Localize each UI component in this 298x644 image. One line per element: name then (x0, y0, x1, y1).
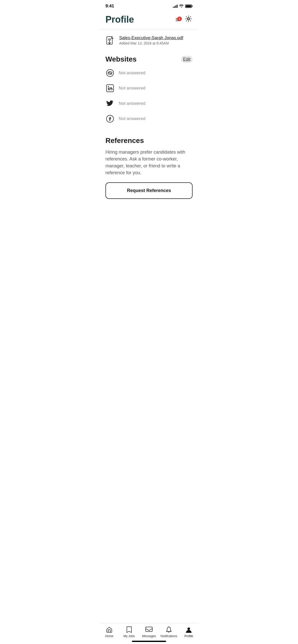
websites-edit-button[interactable]: Edit (181, 56, 193, 63)
status-icons (173, 4, 193, 8)
website-facebook-value: Not answered (119, 116, 145, 121)
references-description: Hiring managers prefer candidates with r… (105, 149, 193, 176)
website-item-link: Not answered (105, 68, 193, 78)
status-time: 9:41 (105, 4, 114, 9)
link-icon (105, 68, 115, 78)
battery-icon (185, 5, 193, 8)
svg-point-6 (108, 86, 109, 87)
references-section: References Hiring managers prefer candid… (99, 131, 199, 205)
linkedin-icon (105, 84, 115, 93)
websites-header: Websites Edit (105, 55, 193, 63)
facebook-icon (105, 114, 115, 123)
website-linkedin-value: Not answered (119, 86, 145, 91)
website-item-facebook: Not answered (105, 114, 193, 123)
wifi-icon (179, 4, 184, 8)
resume-filename[interactable]: Sales-Executive-Sarah Jonas.pdf (119, 35, 183, 40)
websites-section: Websites Edit Not answered Not answered (99, 50, 199, 131)
website-item-twitter: Not answered (105, 99, 193, 108)
header-actions: 1 (176, 16, 193, 24)
settings-button[interactable] (184, 16, 193, 24)
pdf-icon (105, 36, 116, 46)
page-title: Profile (105, 14, 134, 25)
resume-info: Sales-Executive-Sarah Jonas.pdf Added Ma… (119, 35, 183, 45)
signal-icon (173, 4, 178, 8)
website-item-linkedin: Not answered (105, 84, 193, 93)
svg-rect-5 (108, 87, 109, 90)
notification-badge: 1 (177, 17, 182, 21)
website-twitter-value: Not answered (119, 101, 145, 106)
resume-section: Sales-Executive-Sarah Jonas.pdf Added Ma… (99, 29, 199, 50)
twitter-icon (105, 99, 115, 108)
notification-list-button[interactable]: 1 (176, 18, 180, 21)
website-link-value: Not answered (119, 70, 145, 76)
websites-title: Websites (105, 55, 137, 63)
request-references-button[interactable]: Request References (105, 182, 193, 199)
resume-item: Sales-Executive-Sarah Jonas.pdf Added Ma… (105, 35, 193, 46)
resume-date: Added Mar 13, 2024 at 8:45AM (119, 41, 183, 45)
references-title: References (105, 137, 193, 145)
header: Profile 1 (99, 11, 199, 29)
svg-point-0 (188, 18, 189, 20)
status-bar: 9:41 (99, 0, 199, 11)
gear-icon (185, 15, 192, 24)
